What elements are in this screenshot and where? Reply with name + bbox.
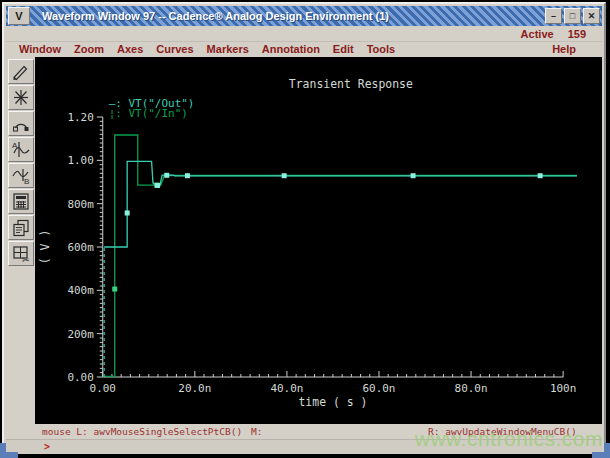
menu-item-annotation[interactable]: Annotation: [262, 43, 320, 55]
svg-text:0.00: 0.00: [67, 371, 93, 384]
maximize-button[interactable]: □: [564, 8, 581, 24]
menu-item-window[interactable]: Window: [19, 43, 61, 55]
svg-text:800m: 800m: [67, 198, 94, 211]
menu-item-edit[interactable]: Edit: [333, 43, 354, 55]
menu-bar: WindowZoomAxesCurvesMarkersAnnotationEdi…: [6, 41, 602, 57]
svg-text:600m: 600m: [67, 241, 94, 254]
svg-text:1.00: 1.00: [67, 154, 93, 167]
menu-item-tools[interactable]: Tools: [367, 43, 396, 55]
svg-text:200m: 200m: [67, 328, 94, 341]
waveform-plot-area[interactable]: 0.0020.0n40.0n60.0n80.0n100n0.00200m400m…: [35, 57, 602, 424]
menu-item-markers[interactable]: Markers: [207, 43, 249, 55]
menu-item-axes[interactable]: Axes: [117, 43, 143, 55]
chart-title: Transient Response: [289, 77, 413, 91]
calculator-icon[interactable]: [8, 189, 34, 214]
svg-text:✂: ✂: [22, 255, 30, 264]
data-point-marker: [411, 173, 416, 178]
active-label: Active: [521, 28, 554, 40]
split-cut-icon[interactable]: ✂: [8, 241, 34, 266]
svg-text:1.20: 1.20: [67, 111, 93, 124]
data-point-marker: [185, 173, 190, 178]
x-axis-label: time ( s ): [298, 395, 367, 409]
data-point-marker: [538, 173, 543, 178]
menu-item-curves[interactable]: Curves: [156, 43, 193, 55]
data-point-marker: [164, 173, 169, 178]
pen-icon[interactable]: [8, 59, 34, 84]
svg-text:80.0n: 80.0n: [455, 382, 488, 395]
y-axis-label: ( V ): [38, 230, 52, 265]
waveform-window: V Waveform Window 97 -- Cadence® Analog …: [2, 2, 606, 454]
arc-probe-icon[interactable]: [8, 111, 34, 136]
status-mouse-middle: M:: [251, 426, 262, 437]
copy-window-icon[interactable]: [8, 215, 34, 240]
title-bar[interactable]: V Waveform Window 97 -- Cadence® Analog …: [6, 6, 602, 26]
menu-item-help[interactable]: Help: [552, 43, 576, 55]
prompt-caret: >: [44, 441, 50, 452]
svg-text:60.0n: 60.0n: [363, 382, 396, 395]
minimize-button[interactable]: –: [545, 8, 562, 24]
active-status-row: Active 159: [6, 26, 602, 42]
svg-text:40.0n: 40.0n: [270, 382, 303, 395]
window-title: Waveform Window 97 -- Cadence® Analog De…: [42, 10, 389, 22]
left-toolbar: A B ✂: [6, 57, 35, 424]
legend-entry: ¦: VT("/In"): [109, 107, 188, 120]
data-point-marker: [112, 287, 117, 292]
close-button[interactable]: ✕: [583, 8, 600, 24]
svg-text:100n: 100n: [550, 382, 576, 395]
svg-text:B: B: [24, 177, 29, 185]
active-count: 159: [568, 28, 586, 40]
data-point-marker: [155, 183, 160, 188]
waveform-trace: [104, 161, 577, 247]
data-point-marker: [125, 210, 130, 215]
zoom-star-icon[interactable]: [8, 85, 34, 110]
resize-corner-bottom-left[interactable]: [0, 443, 18, 458]
waveform-trace: [103, 135, 577, 376]
svg-text:400m: 400m: [67, 284, 94, 297]
svg-text:20.0n: 20.0n: [178, 382, 211, 395]
menu-item-zoom[interactable]: Zoom: [74, 43, 104, 55]
marker-a-icon[interactable]: A: [8, 137, 34, 162]
watermark-text: www.cntronics.com: [415, 427, 603, 451]
marker-b-icon[interactable]: B: [8, 163, 34, 188]
status-mouse-left: mouse L: awvMouseSingleSelectPtCB(): [42, 426, 242, 437]
window-menu-icon[interactable]: V: [8, 7, 30, 25]
data-point-marker: [282, 173, 287, 178]
